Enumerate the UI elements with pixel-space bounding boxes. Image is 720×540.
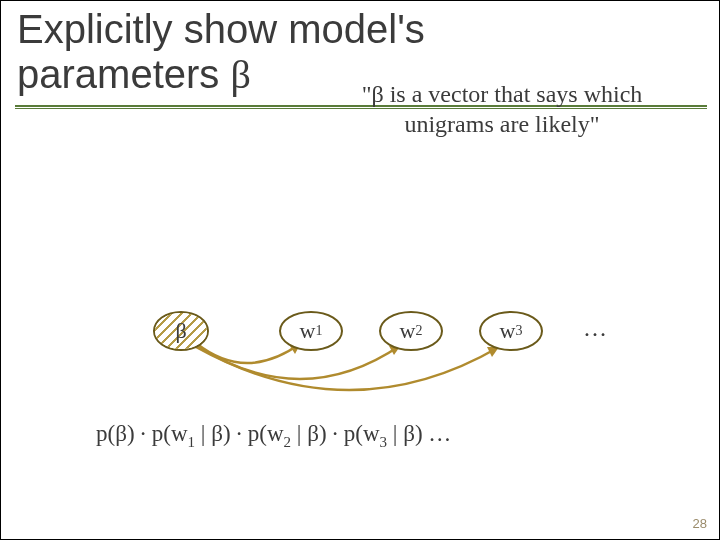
diagram: β w1 w2 w3 … [1, 301, 720, 421]
page-number: 28 [693, 516, 707, 531]
caption-beta-symbol: β [371, 81, 383, 107]
node-w3-label: w [500, 318, 516, 344]
f-c3: ) [319, 421, 327, 446]
node-w1-label: w [300, 318, 316, 344]
f-b3: β [307, 421, 319, 446]
f-s3: 3 [380, 434, 388, 450]
node-beta-label: β [175, 318, 186, 344]
f-c1: ) [127, 421, 135, 446]
f-bar1: | [195, 421, 211, 446]
arcs-svg [1, 301, 720, 421]
caption-line2: unigrams are likely" [404, 111, 599, 137]
node-w2: w2 [379, 311, 443, 351]
node-ellipsis: … [583, 315, 607, 342]
f-pw1: p(w [152, 421, 188, 446]
f-b1: β [115, 421, 127, 446]
f-s1: 1 [188, 434, 196, 450]
caption-line1-rest: is a vector that says which [384, 81, 643, 107]
f-b2: β [211, 421, 223, 446]
node-w2-sub: 2 [415, 324, 422, 338]
f-d3: · [327, 421, 344, 446]
node-w1: w1 [279, 311, 343, 351]
title-line2-prefix: parameters [17, 52, 230, 96]
f-pw2: p(w [248, 421, 284, 446]
f-d1: · [135, 421, 152, 446]
node-w2-label: w [400, 318, 416, 344]
title-beta-symbol: β [230, 52, 250, 97]
node-beta-fill: β [155, 313, 207, 349]
f-d2: · [231, 421, 248, 446]
node-w3: w3 [479, 311, 543, 351]
f-trail: … [423, 421, 452, 446]
node-w3-sub: 3 [515, 324, 522, 338]
f-p1: p( [96, 421, 115, 446]
caption: "β is a vector that says which unigrams … [297, 79, 707, 139]
f-pw3: p(w [344, 421, 380, 446]
title-line1: Explicitly show model's [17, 7, 425, 51]
node-w1-sub: 1 [315, 324, 322, 338]
node-beta: β [153, 311, 209, 351]
f-bar3: | [387, 421, 403, 446]
caption-quote-open: " [362, 81, 372, 107]
f-s2: 2 [284, 434, 292, 450]
slide: Explicitly show model's parameters β "β … [0, 0, 720, 540]
joint-formula: p(β) · p(w1 | β) · p(w2 | β) · p(w3 | β)… [96, 421, 656, 451]
f-c4: ) [415, 421, 423, 446]
f-bar2: | [291, 421, 307, 446]
f-b4: β [403, 421, 415, 446]
f-c2: ) [223, 421, 231, 446]
